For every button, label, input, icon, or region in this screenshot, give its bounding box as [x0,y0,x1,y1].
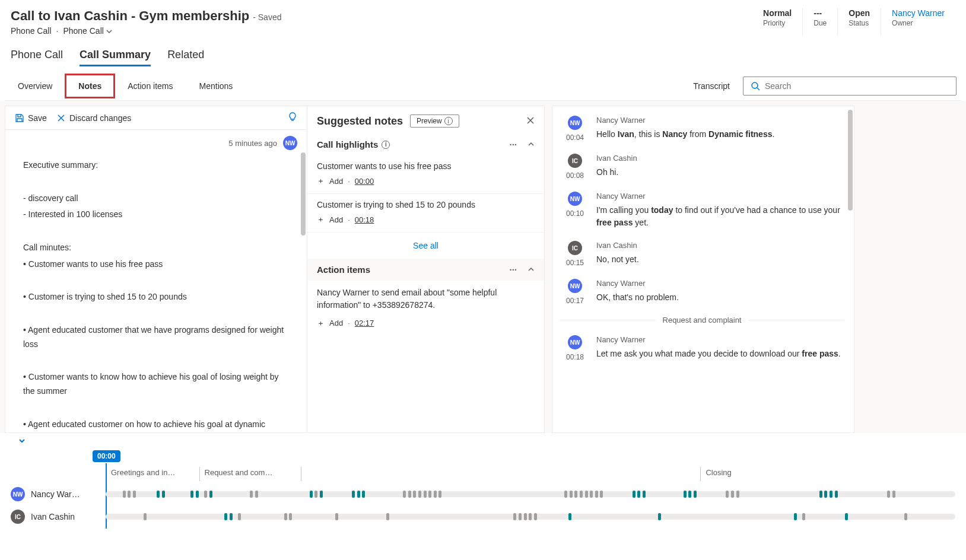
timestamp-link[interactable]: 00:18 [355,215,374,224]
transcript-divider: Request and complaint [560,316,844,324]
transcript-item[interactable]: IC00:08 Ivan CashinOh hi. [560,148,844,186]
transcript-item[interactable]: NW00:17 Nancy WarnerOK, that's no proble… [560,273,844,311]
tab-phone-call[interactable]: Phone Call [11,49,63,66]
timeline-segment[interactable] [301,467,700,481]
save-icon [15,113,24,123]
notes-panel: Save Discard changes 5 minutes ago NW Ex… [5,106,307,433]
status-label: Owner [892,19,945,27]
lightbulb-icon [288,112,297,122]
see-all-link[interactable]: See all [307,233,544,259]
transcript-item[interactable]: IC00:15 Ivan CashinNo, not yet. [560,235,844,273]
status-cell: OpenStatus [838,8,881,36]
transcript-text: OK, that's no problem. [596,291,842,304]
chevron-up-icon [528,266,535,273]
search-input[interactable] [765,81,949,91]
avatar: IC [568,241,582,255]
scrollbar-thumb[interactable] [848,110,853,211]
highlight-text: Customer is trying to shed 15 to 20 poun… [317,200,535,209]
timeline-lane: NWNancy War… [11,485,955,504]
breadcrumb: Phone Call · Phone Call [11,26,281,36]
breadcrumb-form[interactable]: Phone Call [63,26,112,36]
transcript-text: Let me ask you what made you decide to d… [596,348,842,360]
breadcrumb-entity[interactable]: Phone Call [11,26,52,36]
playhead[interactable]: 00:00 [93,450,120,462]
subtab-mentions[interactable]: Mentions [186,74,246,98]
action-items-heading: Action items [317,265,370,275]
speaker-name: Nancy Warner [596,192,842,201]
tab-related[interactable]: Related [167,49,204,66]
timeline-segment[interactable]: Closing [700,467,955,481]
avatar: NW [11,487,25,501]
add-button[interactable]: ＋ [317,317,325,329]
preview-button[interactable]: Preview i [410,114,459,128]
timestamp-link[interactable]: 02:17 [355,317,374,329]
highlight-text: Customer wants to use his free pass [317,161,535,171]
status-value[interactable]: Nancy Warner [892,8,945,18]
transcript-timestamp: 00:17 [566,297,584,305]
transcript-item[interactable]: NW00:18 Nancy WarnerLet me ask you what … [560,329,844,367]
timeline-segment[interactable]: Request and com… [199,467,301,481]
status-value: Open [849,8,870,18]
sub-tabs: OverviewNotesAction itemsMentions [5,74,246,98]
status-value: Normal [763,8,792,18]
action-item-text: Nancy Warner to send email about "some h… [317,287,535,311]
lane-speaker: Nancy War… [31,489,80,499]
transcript-timestamp: 00:18 [566,353,584,361]
subtab-overview[interactable]: Overview [5,74,65,98]
close-icon [56,113,66,123]
close-icon [526,116,535,125]
timestamp-link[interactable]: 00:00 [355,177,374,186]
discard-button[interactable]: Discard changes [56,113,131,123]
lane-track[interactable] [106,514,955,520]
transcript-item[interactable]: NW00:04 Nancy WarnerHello Ivan, this is … [560,110,844,148]
avatar: NW [568,279,582,293]
close-button[interactable] [526,115,535,128]
add-button[interactable]: ＋ [317,214,325,225]
timeline: 00:00 Greetings and in…Request and com…C… [0,433,966,534]
highlight-item: Customer is trying to shed 15 to 20 poun… [307,194,544,233]
expand-timeline-button[interactable] [11,433,955,450]
transcript-timestamp: 00:08 [566,171,584,180]
lane-track[interactable] [106,491,955,497]
transcript-heading: Transcript [680,74,743,98]
page-title: Call to Ivan Cashin - Gym membership [11,8,249,24]
lane-speaker: Ivan Cashin [31,512,75,521]
timeline-segments: Greetings and in…Request and com…Closing [106,467,955,481]
transcript-item[interactable]: NW00:10 Nancy WarnerI'm calling you toda… [560,186,844,235]
tab-call-summary[interactable]: Call Summary [80,49,151,66]
notes-editor[interactable]: Executive summary: - discovery call - In… [5,152,307,432]
main-tabs: Phone CallCall SummaryRelated [0,40,966,67]
suggested-notes-title: Suggested notes [317,115,403,128]
chevron-down-icon [18,437,26,445]
scrollbar-thumb[interactable] [301,152,306,236]
avatar: NW [568,335,582,349]
subtab-notes[interactable]: Notes [65,74,115,98]
status-label: Priority [763,19,792,27]
search-icon [751,81,760,91]
speaker-name: Ivan Cashin [596,154,842,163]
transcript-panel: NW00:04 Nancy WarnerHello Ivan, this is … [552,106,854,433]
save-button[interactable]: Save [15,113,47,123]
suggestions-bulb-button[interactable] [288,112,297,123]
chevron-down-icon [106,28,112,34]
info-icon: i [382,141,390,149]
status-cell: NormalPriority [752,8,803,36]
speaker-name: Nancy Warner [596,279,842,288]
status-label: Status [849,19,870,27]
transcript-text: Hello Ivan, this is Nancy from Dynamic f… [596,128,842,141]
transcript-text: I'm calling you today to find out if you… [596,204,842,229]
search-box[interactable] [743,77,957,96]
svg-point-0 [752,82,758,88]
subtab-action-items[interactable]: Action items [115,74,186,98]
speaker-name: Ivan Cashin [596,241,842,250]
more-button[interactable]: ··· [509,265,517,275]
more-button[interactable]: ··· [509,139,517,149]
collapse-button[interactable] [528,139,535,149]
timeline-segment[interactable]: Greetings and in… [106,467,199,481]
transcript-text: Oh hi. [596,166,842,179]
collapse-button[interactable] [528,265,535,275]
status-label: Due [814,19,827,27]
avatar: NW [568,192,582,206]
transcript-timestamp: 00:15 [566,259,584,267]
add-button[interactable]: ＋ [317,176,325,186]
